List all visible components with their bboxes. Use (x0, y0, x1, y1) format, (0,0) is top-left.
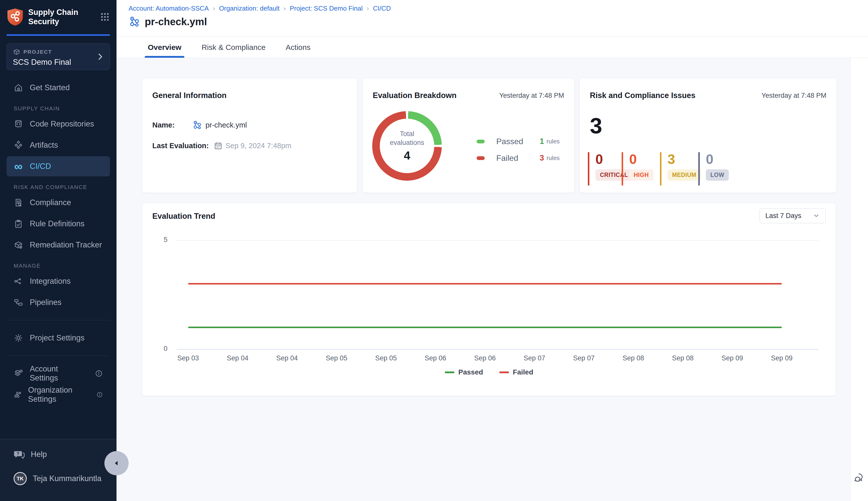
chevron-left-icon (113, 460, 120, 467)
sidebar-item-remediation-tracker[interactable]: Remediation Tracker (7, 235, 110, 255)
pipelines-icon (14, 298, 23, 307)
x-tick-label: Sep 04 (227, 354, 248, 362)
sidebar-item-label: Project Settings (30, 333, 84, 342)
evaluation-trend-card: Evaluation Trend Last 7 Days 5 0 Sep 03S… (142, 203, 836, 396)
breadcrumb-link-2[interactable]: Project: SCS Demo Final (290, 4, 363, 12)
card-title: General Information (152, 91, 227, 100)
remediation-tracker-icon (14, 240, 23, 250)
chat-bubbles-icon[interactable] (854, 472, 866, 484)
chevron-right-icon (96, 52, 105, 61)
user-name-label: Teja Kummarikuntla (33, 474, 101, 483)
x-tick-label: Sep 07 (524, 354, 545, 362)
tab-risk-compliance[interactable]: Risk & Compliance (198, 37, 268, 58)
sidebar-item-label: Artifacts (30, 141, 58, 150)
x-tick-label: Sep 08 (672, 354, 694, 362)
tab-overview[interactable]: Overview (145, 37, 184, 58)
sidebar-section-supply-chain: SUPPLY CHAIN (7, 105, 110, 112)
tab-label: Actions (286, 43, 311, 52)
help-label: Help (31, 450, 47, 459)
legend-unit: rules (546, 138, 560, 145)
legend-count: 3 (540, 153, 544, 162)
sidebar-collapse-button[interactable] (104, 451, 129, 475)
pipeline-icon (129, 15, 141, 28)
active-tab-underline (145, 56, 184, 58)
legend-dash (445, 372, 454, 373)
trend-line-failed (188, 283, 782, 285)
breadcrumb-separator: › (284, 4, 286, 12)
sidebar-item-compliance[interactable]: Compliance (7, 193, 110, 213)
project-selector-name: SCS Demo Final (13, 58, 104, 67)
sidebar-item-integrations[interactable]: Integrations (7, 271, 110, 291)
info-icon[interactable] (96, 391, 103, 399)
breadcrumb-link-0[interactable]: Account: Automation-SSCA (129, 4, 209, 12)
sidebar-item-label: Pipelines (30, 298, 62, 307)
supply-chain-security-logo-icon (7, 8, 24, 26)
name-value: pr-check.yml (192, 120, 247, 130)
home-icon (14, 83, 23, 93)
legend-label: Passed (496, 137, 540, 146)
sidebar-item-artifacts[interactable]: Artifacts (7, 135, 110, 155)
severity-badge: LOW (706, 169, 729, 181)
sidebar-item-label: Remediation Tracker (30, 241, 102, 249)
sidebar-item-project-settings[interactable]: Project Settings (7, 328, 110, 348)
last-evaluation-value: Sep 9, 2024 7:48pm (214, 141, 291, 150)
sidebar-section-manage: MANAGE (7, 263, 110, 269)
organization-settings-icon (14, 390, 21, 399)
evaluation-breakdown-card: Evaluation Breakdown Yesterday at 7:48 P… (362, 78, 574, 193)
breadcrumb-link-1[interactable]: Organization: default (219, 4, 280, 12)
code-repositories-icon (14, 119, 23, 129)
sidebar-item-code-repositories[interactable]: Code Repositories (7, 114, 110, 134)
legend-label: Failed (496, 153, 540, 163)
brand-accent-divider (7, 34, 110, 36)
sidebar-item-rule-definitions[interactable]: Rule Definitions (7, 214, 110, 234)
sidebar-footer: ? Help TK Teja Kummarikuntla (0, 439, 116, 501)
info-icon[interactable] (95, 370, 103, 377)
severity-count: 0 (629, 152, 653, 166)
x-tick-label: Sep 05 (326, 354, 347, 362)
y-tick-min: 0 (150, 345, 167, 353)
time-range-value: Last 7 Days (765, 212, 802, 220)
brand-name: Supply Chain Security (28, 8, 78, 26)
chevron-down-icon (813, 212, 820, 219)
sidebar: Supply Chain Security PROJECT (0, 0, 116, 501)
breadcrumb-separator: › (367, 4, 369, 12)
risk-compliance-issues-card: Risk and Compliance Issues Yesterday at … (579, 78, 837, 193)
sidebar-nav: Get StartedSUPPLY CHAINCode Repositories… (0, 78, 116, 405)
x-tick-label: Sep 08 (623, 354, 644, 362)
brand: Supply Chain Security (0, 0, 116, 33)
project-selector[interactable]: PROJECT SCS Demo Final (7, 43, 110, 70)
legend-count: 1 (540, 137, 544, 146)
x-tick-label: Sep 04 (276, 354, 298, 362)
sidebar-item-label: Organization Settings (28, 386, 90, 404)
sidebar-item-get-started[interactable]: Get Started (7, 78, 110, 98)
trend-legend-item-passed: Passed (445, 368, 483, 376)
x-tick-label: Sep 06 (474, 354, 496, 362)
app-switcher-grid-icon[interactable] (100, 12, 110, 22)
severity-tile-low: 0LOW (698, 152, 729, 185)
account-settings-icon (14, 369, 23, 378)
breakdown-legend-row-failed: Failed3rules (477, 151, 560, 164)
tab-actions[interactable]: Actions (283, 37, 313, 58)
sidebar-item-label: Compliance (30, 198, 71, 207)
severity-badge: MEDIUM (668, 169, 701, 181)
breadcrumb-link-3[interactable]: CI/CD (373, 4, 391, 12)
sidebar-item-ci-cd[interactable]: ∞CI/CD (7, 156, 110, 177)
x-tick-label: Sep 05 (375, 354, 397, 362)
sidebar-item-organization-settings[interactable]: Organization Settings (7, 385, 110, 405)
svg-text:?: ? (17, 451, 19, 456)
severity-tile-high: 0HIGH (621, 152, 653, 185)
chart-x-axis-line (177, 349, 818, 350)
sidebar-item-account-settings[interactable]: Account Settings (7, 363, 110, 384)
severity-tile-medium: 3MEDIUM (660, 152, 701, 185)
help-button[interactable]: ? Help (7, 445, 110, 463)
breadcrumb-separator: › (213, 4, 215, 12)
help-chat-icon: ? (14, 449, 25, 460)
donut-total-value: 4 (404, 149, 410, 162)
legend-color-pill (477, 156, 485, 160)
sidebar-item-label: CI/CD (30, 162, 51, 171)
card-title: Evaluation Breakdown (373, 91, 457, 100)
user-menu[interactable]: TK Teja Kummarikuntla (7, 469, 110, 488)
time-range-dropdown[interactable]: Last 7 Days (760, 208, 826, 223)
sidebar-item-label: Get Started (30, 83, 70, 92)
sidebar-item-pipelines[interactable]: Pipelines (7, 292, 110, 312)
